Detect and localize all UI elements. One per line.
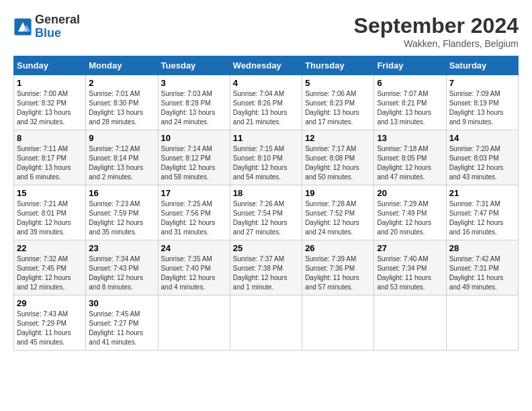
day-info: Sunrise: 7:26 AMSunset: 7:54 PMDaylight:… (233, 199, 299, 237)
calendar-cell: 18Sunrise: 7:26 AMSunset: 7:54 PMDayligh… (230, 185, 302, 240)
day-info: Sunrise: 7:20 AMSunset: 8:03 PMDaylight:… (449, 144, 515, 182)
day-number: 6 (377, 78, 443, 88)
day-info: Sunrise: 7:23 AMSunset: 7:59 PMDaylight:… (89, 199, 154, 237)
day-info: Sunrise: 7:06 AMSunset: 8:23 PMDaylight:… (305, 89, 371, 127)
calendar-header: SundayMondayTuesdayWednesdayThursdayFrid… (14, 56, 519, 75)
calendar-cell: 4Sunrise: 7:04 AMSunset: 8:26 PMDaylight… (230, 75, 302, 130)
calendar-cell: 28Sunrise: 7:42 AMSunset: 7:31 PMDayligh… (446, 240, 518, 295)
day-info: Sunrise: 7:01 AMSunset: 8:30 PMDaylight:… (89, 89, 154, 127)
day-header-monday: Monday (86, 56, 158, 75)
calendar-row: 22Sunrise: 7:32 AMSunset: 7:45 PMDayligh… (14, 240, 519, 295)
calendar-cell: 2Sunrise: 7:01 AMSunset: 8:30 PMDaylight… (86, 75, 158, 130)
calendar-row: 1Sunrise: 7:00 AMSunset: 8:32 PMDaylight… (14, 75, 519, 130)
day-number: 2 (89, 78, 154, 88)
day-info: Sunrise: 7:43 AMSunset: 7:29 PMDaylight:… (17, 310, 83, 347)
calendar-cell: 8Sunrise: 7:11 AMSunset: 8:17 PMDaylight… (14, 130, 86, 185)
calendar-cell: 25Sunrise: 7:37 AMSunset: 7:38 PMDayligh… (230, 240, 302, 295)
day-info: Sunrise: 7:21 AMSunset: 8:01 PMDaylight:… (17, 199, 83, 237)
day-info: Sunrise: 7:00 AMSunset: 8:32 PMDaylight:… (17, 89, 83, 127)
day-info: Sunrise: 7:35 AMSunset: 7:40 PMDaylight:… (161, 255, 227, 292)
day-info: Sunrise: 7:07 AMSunset: 8:21 PMDaylight:… (377, 89, 443, 127)
day-number: 21 (449, 188, 515, 198)
calendar-cell: 12Sunrise: 7:17 AMSunset: 8:08 PMDayligh… (302, 130, 374, 185)
day-number: 1 (17, 78, 83, 88)
day-number: 4 (233, 78, 299, 88)
calendar-cell (374, 295, 446, 351)
location: Wakken, Flanders, Belgium (354, 38, 519, 49)
logo-blue: Blue (35, 27, 80, 40)
calendar-cell: 17Sunrise: 7:25 AMSunset: 7:56 PMDayligh… (158, 185, 230, 240)
day-header-friday: Friday (374, 56, 446, 75)
calendar-table: SundayMondayTuesdayWednesdayThursdayFrid… (13, 56, 519, 351)
day-number: 19 (305, 188, 371, 198)
calendar-cell: 26Sunrise: 7:39 AMSunset: 7:36 PMDayligh… (302, 240, 374, 295)
day-header-saturday: Saturday (446, 56, 518, 75)
day-number: 22 (17, 243, 83, 253)
day-number: 29 (17, 298, 83, 308)
day-info: Sunrise: 7:17 AMSunset: 8:08 PMDaylight:… (305, 144, 371, 182)
calendar-cell: 3Sunrise: 7:03 AMSunset: 8:28 PMDaylight… (158, 75, 230, 130)
day-info: Sunrise: 7:42 AMSunset: 7:31 PMDaylight:… (449, 255, 515, 292)
logo-icon (13, 17, 32, 36)
day-info: Sunrise: 7:15 AMSunset: 8:10 PMDaylight:… (233, 144, 299, 182)
day-number: 28 (449, 243, 515, 253)
day-number: 13 (377, 133, 443, 143)
calendar-cell (302, 295, 374, 351)
title-block: September 2024 Wakken, Flanders, Belgium (354, 13, 519, 49)
calendar-cell: 1Sunrise: 7:00 AMSunset: 8:32 PMDaylight… (14, 75, 86, 130)
calendar-cell (158, 295, 230, 351)
day-number: 20 (377, 188, 443, 198)
day-number: 23 (89, 243, 154, 253)
day-info: Sunrise: 7:45 AMSunset: 7:27 PMDaylight:… (89, 310, 154, 347)
calendar-row: 8Sunrise: 7:11 AMSunset: 8:17 PMDaylight… (14, 130, 519, 185)
day-info: Sunrise: 7:03 AMSunset: 8:28 PMDaylight:… (161, 89, 227, 127)
day-info: Sunrise: 7:39 AMSunset: 7:36 PMDaylight:… (305, 255, 371, 292)
logo: General Blue (13, 13, 80, 40)
calendar-cell: 29Sunrise: 7:43 AMSunset: 7:29 PMDayligh… (14, 295, 86, 351)
day-info: Sunrise: 7:34 AMSunset: 7:43 PMDaylight:… (89, 255, 154, 292)
calendar-cell: 15Sunrise: 7:21 AMSunset: 8:01 PMDayligh… (14, 185, 86, 240)
day-number: 3 (161, 78, 227, 88)
calendar-cell: 23Sunrise: 7:34 AMSunset: 7:43 PMDayligh… (86, 240, 158, 295)
day-number: 18 (233, 188, 299, 198)
calendar-cell: 27Sunrise: 7:40 AMSunset: 7:34 PMDayligh… (374, 240, 446, 295)
calendar-cell (230, 295, 302, 351)
calendar-cell: 22Sunrise: 7:32 AMSunset: 7:45 PMDayligh… (14, 240, 86, 295)
day-info: Sunrise: 7:14 AMSunset: 8:12 PMDaylight:… (161, 144, 227, 182)
month-title: September 2024 (354, 13, 519, 38)
day-info: Sunrise: 7:31 AMSunset: 7:47 PMDaylight:… (449, 199, 515, 237)
page-header: General Blue September 2024 Wakken, Flan… (13, 13, 519, 49)
day-number: 5 (305, 78, 371, 88)
day-info: Sunrise: 7:18 AMSunset: 8:05 PMDaylight:… (377, 144, 443, 182)
calendar-cell: 24Sunrise: 7:35 AMSunset: 7:40 PMDayligh… (158, 240, 230, 295)
calendar-cell: 9Sunrise: 7:12 AMSunset: 8:14 PMDaylight… (86, 130, 158, 185)
calendar-body: 1Sunrise: 7:00 AMSunset: 8:32 PMDaylight… (14, 75, 519, 351)
day-info: Sunrise: 7:11 AMSunset: 8:17 PMDaylight:… (17, 144, 83, 182)
day-number: 26 (305, 243, 371, 253)
day-info: Sunrise: 7:04 AMSunset: 8:26 PMDaylight:… (233, 89, 299, 127)
calendar-cell: 7Sunrise: 7:09 AMSunset: 8:19 PMDaylight… (446, 75, 518, 130)
calendar-cell: 21Sunrise: 7:31 AMSunset: 7:47 PMDayligh… (446, 185, 518, 240)
calendar-cell: 11Sunrise: 7:15 AMSunset: 8:10 PMDayligh… (230, 130, 302, 185)
day-number: 11 (233, 133, 299, 143)
day-number: 16 (89, 188, 154, 198)
day-number: 17 (161, 188, 227, 198)
calendar-cell: 14Sunrise: 7:20 AMSunset: 8:03 PMDayligh… (446, 130, 518, 185)
calendar-cell: 30Sunrise: 7:45 AMSunset: 7:27 PMDayligh… (86, 295, 158, 351)
day-header-wednesday: Wednesday (230, 56, 302, 75)
day-number: 15 (17, 188, 83, 198)
day-number: 8 (17, 133, 83, 143)
day-info: Sunrise: 7:25 AMSunset: 7:56 PMDaylight:… (161, 199, 227, 237)
day-info: Sunrise: 7:32 AMSunset: 7:45 PMDaylight:… (17, 255, 83, 292)
calendar-cell: 6Sunrise: 7:07 AMSunset: 8:21 PMDaylight… (374, 75, 446, 130)
day-info: Sunrise: 7:12 AMSunset: 8:14 PMDaylight:… (89, 144, 154, 182)
day-info: Sunrise: 7:37 AMSunset: 7:38 PMDaylight:… (233, 255, 299, 292)
calendar-cell: 19Sunrise: 7:28 AMSunset: 7:52 PMDayligh… (302, 185, 374, 240)
day-info: Sunrise: 7:29 AMSunset: 7:49 PMDaylight:… (377, 199, 443, 237)
day-number: 14 (449, 133, 515, 143)
calendar-cell (446, 295, 518, 351)
calendar-cell: 20Sunrise: 7:29 AMSunset: 7:49 PMDayligh… (374, 185, 446, 240)
day-number: 7 (449, 78, 515, 88)
day-header-thursday: Thursday (302, 56, 374, 75)
day-header-tuesday: Tuesday (158, 56, 230, 75)
